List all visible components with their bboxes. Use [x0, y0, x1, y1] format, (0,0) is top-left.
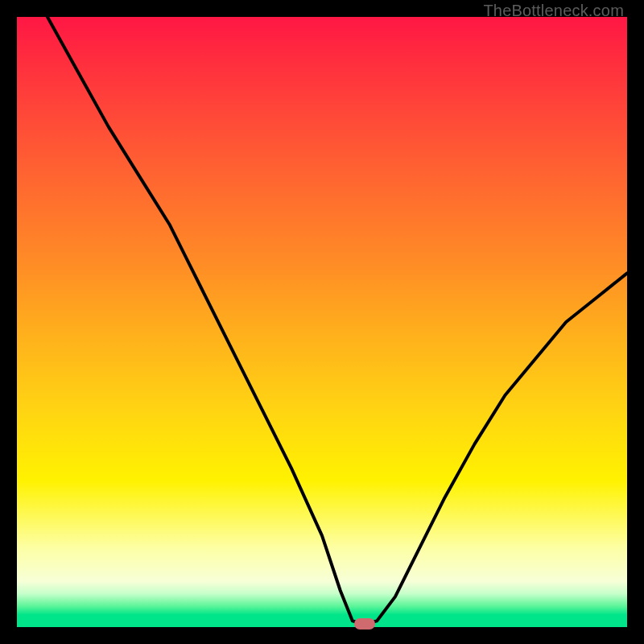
plot-area [17, 17, 627, 627]
curve-svg [17, 17, 627, 627]
bottleneck-curve-path [47, 17, 627, 624]
chart-frame: TheBottleneck.com [0, 0, 644, 644]
minimum-marker [354, 618, 375, 630]
